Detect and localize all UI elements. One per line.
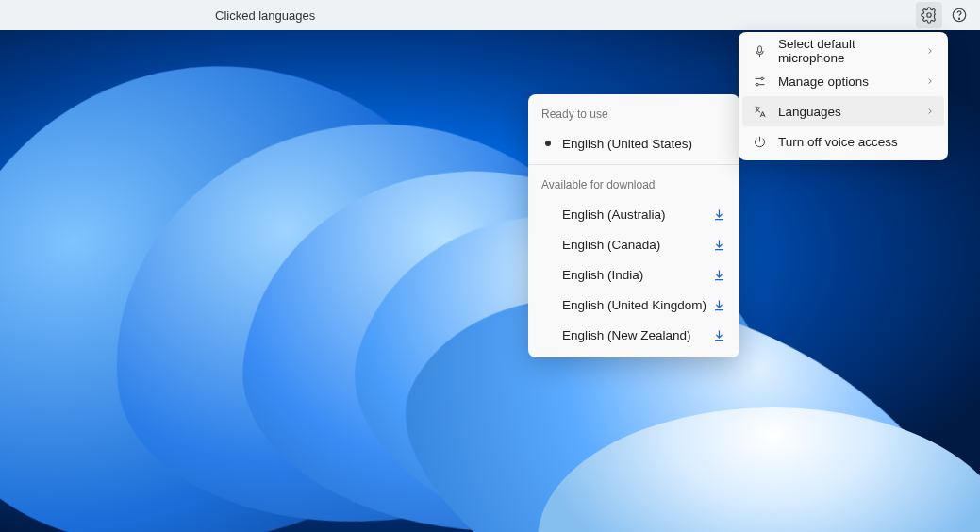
menu-item-turn-off[interactable]: Turn off voice access xyxy=(742,126,944,157)
language-icon xyxy=(752,104,767,119)
language-item-download[interactable]: English (United Kingdom) xyxy=(528,290,739,320)
language-name: English (New Zealand) xyxy=(562,328,707,342)
language-item-download[interactable]: English (India) xyxy=(528,259,739,290)
svg-point-4 xyxy=(760,77,763,80)
header-title: Clicked languages xyxy=(11,8,315,23)
microphone-icon xyxy=(752,43,767,58)
download-icon[interactable] xyxy=(707,263,730,286)
language-name: English (United States) xyxy=(562,137,726,151)
language-name: English (United Kingdom) xyxy=(562,298,707,312)
download-icon[interactable] xyxy=(707,293,730,316)
menu-item-label: Languages xyxy=(778,105,914,119)
settings-menu: Select default microphone Manage options… xyxy=(739,32,948,160)
menu-item-languages[interactable]: Languages xyxy=(742,96,944,126)
language-item-ready[interactable]: English (United States) xyxy=(528,128,739,158)
settings-button[interactable] xyxy=(916,2,942,28)
header-bar: Clicked languages xyxy=(0,0,980,30)
svg-point-5 xyxy=(756,83,758,86)
menu-item-label: Manage options xyxy=(778,75,914,89)
help-button[interactable] xyxy=(946,2,972,28)
menu-item-label: Turn off voice access xyxy=(778,135,935,149)
language-item-download[interactable]: English (Australia) xyxy=(528,199,739,229)
svg-point-0 xyxy=(927,13,932,18)
download-icon[interactable] xyxy=(707,203,730,225)
chevron-right-icon xyxy=(925,107,935,116)
language-name: English (Canada) xyxy=(562,238,707,252)
sliders-icon xyxy=(752,74,767,89)
header-icons xyxy=(916,2,972,28)
power-icon xyxy=(752,134,767,149)
chevron-right-icon xyxy=(925,46,935,56)
help-icon xyxy=(951,7,968,24)
svg-point-2 xyxy=(958,18,959,19)
language-name: English (India) xyxy=(562,268,707,282)
languages-panel: Ready to use English (United States) Ava… xyxy=(528,94,739,357)
language-item-download[interactable]: English (New Zealand) xyxy=(528,320,739,350)
download-icon[interactable] xyxy=(707,324,730,346)
chevron-right-icon xyxy=(925,76,935,86)
ready-section-label: Ready to use xyxy=(528,94,739,128)
menu-item-label: Select default microphone xyxy=(778,37,914,65)
language-item-download[interactable]: English (Canada) xyxy=(528,229,739,259)
menu-item-manage-options[interactable]: Manage options xyxy=(742,66,944,96)
download-icon[interactable] xyxy=(707,233,730,256)
menu-item-microphone[interactable]: Select default microphone xyxy=(742,36,944,66)
language-name: English (Australia) xyxy=(562,208,707,222)
available-section-label: Available for download xyxy=(528,165,739,199)
gear-icon xyxy=(921,7,938,24)
svg-rect-3 xyxy=(757,45,761,52)
bullet-icon xyxy=(545,141,551,146)
